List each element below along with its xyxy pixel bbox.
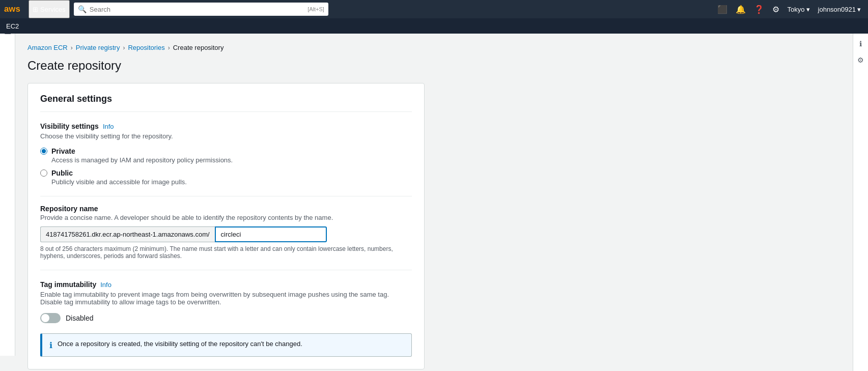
toggle-row: Disabled xyxy=(40,313,412,323)
divider-1 xyxy=(40,196,412,196)
repo-name-input[interactable] xyxy=(215,226,327,242)
breadcrumb-repositories[interactable]: Repositories xyxy=(128,44,164,51)
info-box-text: Once a repository is created, the visibi… xyxy=(58,340,302,348)
bell-icon-button[interactable]: 🔔 xyxy=(733,3,749,16)
tag-immutability-info-link[interactable]: Info xyxy=(100,281,111,289)
user-menu[interactable]: johnson0921 ▾ xyxy=(815,4,864,15)
public-label[interactable]: Public xyxy=(51,169,73,177)
services-button[interactable]: ⊞ Services xyxy=(29,0,70,18)
services-label: Services xyxy=(40,6,66,13)
public-label-row: Public xyxy=(40,169,412,177)
region-label: Tokyo xyxy=(788,6,805,13)
sidebar-toggle: ☰ xyxy=(0,18,15,356)
visibility-description: Choose the visibility setting for the re… xyxy=(40,132,412,140)
repo-name-label: Repository name xyxy=(40,205,412,213)
repo-prefix: 418741758261.dkr.ecr.ap-northeast-1.amaz… xyxy=(40,226,215,242)
visibility-settings-section: Visibility settings Info Choose the visi… xyxy=(40,122,412,186)
region-selector[interactable]: Tokyo ▾ xyxy=(785,4,813,15)
private-label-row: Private xyxy=(40,147,412,155)
card-title: General settings xyxy=(40,94,412,112)
tag-immutability-description: Enable tag immutability to prevent image… xyxy=(40,291,412,306)
topnav-right: ⬛ 🔔 ❓ ⚙ Tokyo ▾ johnson0921 ▾ xyxy=(714,3,864,16)
repo-name-hint: 8 out of 256 characters maximum (2 minim… xyxy=(40,245,412,260)
info-box: ℹ Once a repository is created, the visi… xyxy=(40,333,412,357)
divider-2 xyxy=(40,270,412,270)
repo-name-input-row: 418741758261.dkr.ecr.ap-northeast-1.amaz… xyxy=(40,226,412,242)
subbar: EC2 xyxy=(0,18,868,34)
grid-icon: ⊞ xyxy=(33,6,38,13)
aws-logo[interactable]: aws xyxy=(4,4,22,15)
private-label[interactable]: Private xyxy=(51,147,75,155)
page-title: Create repository xyxy=(27,59,841,73)
public-description: Publicly visible and accessible for imag… xyxy=(40,178,412,186)
help-icon-button[interactable]: ❓ xyxy=(751,3,767,16)
visibility-label: Visibility settings xyxy=(40,122,99,130)
search-icon: 🔍 xyxy=(78,5,87,13)
private-option: Private Access is managed by IAM and rep… xyxy=(40,147,412,164)
settings-panel-icon[interactable]: ⚙ xyxy=(857,56,864,64)
tag-immutability-section: Tag immutability Info Enable tag immutab… xyxy=(40,280,412,323)
search-bar: 🔍 [Alt+S] xyxy=(74,3,328,16)
breadcrumb-current: Create repository xyxy=(173,44,224,51)
visibility-info-link[interactable]: Info xyxy=(103,123,114,130)
breadcrumb-sep-3: › xyxy=(168,44,170,51)
general-settings-card: General settings Visibility settings Inf… xyxy=(27,83,425,369)
private-radio[interactable] xyxy=(40,148,47,155)
user-arrow: ▾ xyxy=(857,6,861,13)
public-radio[interactable] xyxy=(40,169,47,177)
search-shortcut: [Alt+S] xyxy=(307,6,324,12)
tag-immutability-label-row: Tag immutability Info xyxy=(40,280,412,289)
ec2-label: EC2 xyxy=(6,22,19,30)
region-arrow: ▾ xyxy=(806,6,810,13)
toggle-label: Disabled xyxy=(66,314,93,322)
tag-immutability-toggle[interactable] xyxy=(40,313,61,323)
breadcrumb: Amazon ECR › Private registry › Reposito… xyxy=(27,44,841,51)
search-input[interactable] xyxy=(90,6,304,13)
repository-name-section: Repository name Provide a concise name. … xyxy=(40,205,412,260)
main-content: Amazon ECR › Private registry › Reposito… xyxy=(15,34,853,371)
private-description: Access is managed by IAM and repository … xyxy=(40,156,412,164)
info-panel-icon[interactable]: ℹ xyxy=(859,40,862,48)
topnav: aws ⊞ Services 🔍 [Alt+S] ⬛ 🔔 ❓ ⚙ Tokyo ▾… xyxy=(0,0,868,18)
breadcrumb-private-registry[interactable]: Private registry xyxy=(76,44,120,51)
info-box-icon: ℹ xyxy=(49,340,52,350)
settings-icon-button[interactable]: ⚙ xyxy=(769,3,782,16)
tag-immutability-label: Tag immutability xyxy=(40,280,96,289)
terminal-icon-button[interactable]: ⬛ xyxy=(714,3,731,16)
breadcrumb-sep-2: › xyxy=(123,44,125,51)
public-option: Public Publicly visible and accessible f… xyxy=(40,169,412,186)
svg-text:aws: aws xyxy=(4,4,20,14)
right-panel: ℹ ⚙ xyxy=(853,34,868,371)
breadcrumb-ecr[interactable]: Amazon ECR xyxy=(27,44,68,51)
toggle-slider xyxy=(40,313,61,323)
breadcrumb-sep-1: › xyxy=(71,44,73,51)
repo-name-description: Provide a concise name. A developer shou… xyxy=(40,214,412,221)
visibility-radio-group: Private Access is managed by IAM and rep… xyxy=(40,147,412,186)
visibility-label-row: Visibility settings Info xyxy=(40,122,412,130)
username-label: johnson0921 xyxy=(818,6,856,13)
